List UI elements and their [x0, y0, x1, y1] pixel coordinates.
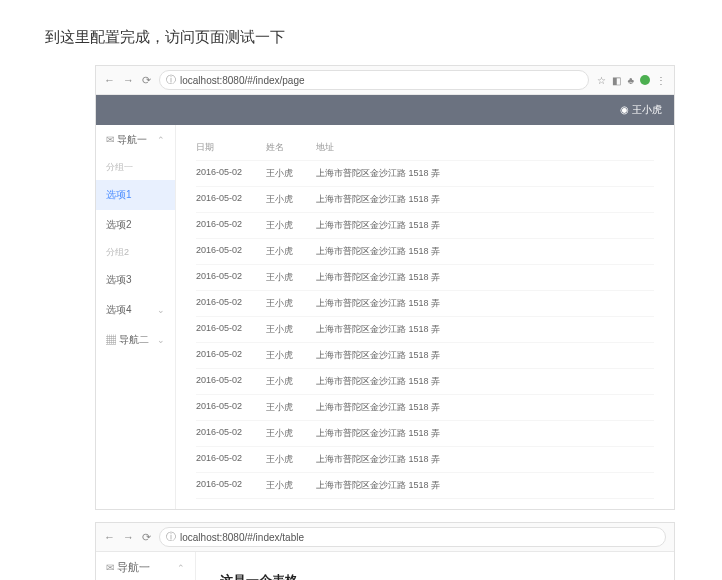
- ext-icon[interactable]: ♣: [627, 75, 634, 86]
- browser-toolbar: ← → ⟳ ⓘ localhost:8080/#/index/page ☆ ◧ …: [96, 66, 674, 95]
- cell-date: 2016-05-02: [196, 453, 266, 466]
- cell-addr: 上海市普陀区金沙江路 1518 弄: [316, 193, 654, 206]
- user-avatar-icon[interactable]: ◉: [620, 104, 632, 115]
- cell-date: 2016-05-02: [196, 479, 266, 492]
- app-body: ✉ 导航一 ⌃ 分组一 选项1 选项2 分组2 选项3 选项4 ⌄ ▦ 导航二 …: [96, 125, 674, 509]
- bookmark-icon[interactable]: ◧: [612, 75, 621, 86]
- menu-icon[interactable]: ⋮: [656, 75, 666, 86]
- table-header: 日期 姓名 地址: [196, 135, 654, 161]
- mail-icon: ✉: [106, 134, 114, 145]
- cell-date: 2016-05-02: [196, 427, 266, 440]
- table-row: 2016-05-02王小虎上海市普陀区金沙江路 1518 弄: [196, 421, 654, 447]
- table-row: 2016-05-02王小虎上海市普陀区金沙江路 1518 弄: [196, 187, 654, 213]
- cell-date: 2016-05-02: [196, 167, 266, 180]
- main-content: 日期 姓名 地址 2016-05-02王小虎上海市普陀区金沙江路 1518 弄2…: [176, 125, 674, 509]
- url-bar[interactable]: ⓘ localhost:8080/#/index/table: [159, 527, 666, 547]
- sidebar-item-1[interactable]: 选项1: [96, 180, 175, 210]
- table-row: 2016-05-02王小虎上海市普陀区金沙江路 1518 弄: [196, 161, 654, 187]
- cell-addr: 上海市普陀区金沙江路 1518 弄: [316, 453, 654, 466]
- table-row: 2016-05-02王小虎上海市普陀区金沙江路 1518 弄: [196, 213, 654, 239]
- avatar-icon[interactable]: [640, 75, 650, 85]
- grid-icon: ▦: [106, 334, 116, 345]
- table-row: 2016-05-02王小虎上海市普陀区金沙江路 1518 弄: [196, 395, 654, 421]
- cell-date: 2016-05-02: [196, 271, 266, 284]
- table-row: 2016-05-02王小虎上海市普陀区金沙江路 1518 弄: [196, 239, 654, 265]
- th-addr: 地址: [316, 141, 654, 154]
- back-icon[interactable]: ←: [104, 74, 115, 86]
- sidebar-item-3[interactable]: 选项3: [96, 265, 175, 295]
- chevron-up-icon: ⌃: [157, 135, 165, 145]
- nav1-label: 导航一: [117, 134, 147, 145]
- cell-date: 2016-05-02: [196, 193, 266, 206]
- cell-addr: 上海市普陀区金沙江路 1518 弄: [316, 375, 654, 388]
- cell-date: 2016-05-02: [196, 349, 266, 362]
- chevron-up-icon: ⌃: [177, 563, 185, 573]
- cell-addr: 上海市普陀区金沙江路 1518 弄: [316, 479, 654, 492]
- table-row: 2016-05-02王小虎上海市普陀区金沙江路 1518 弄: [196, 369, 654, 395]
- chevron-down-icon: ⌄: [157, 335, 165, 345]
- cell-addr: 上海市普陀区金沙江路 1518 弄: [316, 167, 654, 180]
- cell-date: 2016-05-02: [196, 297, 266, 310]
- url-text: localhost:8080/#/index/table: [180, 532, 304, 543]
- th-date: 日期: [196, 141, 266, 154]
- table-row: 2016-05-02王小虎上海市普陀区金沙江路 1518 弄: [196, 291, 654, 317]
- url-bar[interactable]: ⓘ localhost:8080/#/index/page: [159, 70, 589, 90]
- app-body: ✉ 导航一 ⌃ 分组1 选项1 选项2 分组2 选项3 选项4 ⌄ ▦ 导航二 …: [96, 552, 674, 580]
- cell-addr: 上海市普陀区金沙江路 1518 弄: [316, 245, 654, 258]
- cell-name: 王小虎: [266, 453, 316, 466]
- chevron-down-icon: ⌄: [157, 305, 165, 315]
- cell-addr: 上海市普陀区金沙江路 1518 弄: [316, 427, 654, 440]
- browser-toolbar: ← → ⟳ ⓘ localhost:8080/#/index/table: [96, 523, 674, 552]
- browser-window-2: ← → ⟳ ⓘ localhost:8080/#/index/table ✉ 导…: [95, 522, 675, 580]
- cell-date: 2016-05-02: [196, 401, 266, 414]
- cell-name: 王小虎: [266, 375, 316, 388]
- cell-name: 王小虎: [266, 297, 316, 310]
- sidebar-item-4[interactable]: 选项4 ⌄: [96, 295, 175, 325]
- reload-icon[interactable]: ⟳: [142, 74, 151, 87]
- nav2-label: 导航二: [119, 334, 149, 345]
- info-icon: ⓘ: [166, 530, 176, 544]
- table-body: 2016-05-02王小虎上海市普陀区金沙江路 1518 弄2016-05-02…: [196, 161, 654, 499]
- nav-group-2[interactable]: ▦ 导航二 ⌄: [96, 325, 175, 355]
- intro-text: 到这里配置完成，访问页面测试一下: [0, 0, 722, 65]
- info-icon: ⓘ: [166, 73, 176, 87]
- cell-addr: 上海市普陀区金沙江路 1518 弄: [316, 297, 654, 310]
- table-row: 2016-05-02王小虎上海市普陀区金沙江路 1518 弄: [196, 343, 654, 369]
- forward-icon[interactable]: →: [123, 74, 134, 86]
- sidebar-group-1: 分组一: [96, 155, 175, 180]
- browser-window-1: ← → ⟳ ⓘ localhost:8080/#/index/page ☆ ◧ …: [95, 65, 675, 510]
- content-title: 这是一个表格: [220, 572, 650, 580]
- sidebar: ✉ 导航一 ⌃ 分组1 选项1 选项2 分组2 选项3 选项4 ⌄ ▦ 导航二 …: [96, 552, 196, 580]
- table-row: 2016-05-02王小虎上海市普陀区金沙江路 1518 弄: [196, 473, 654, 499]
- app-header: ◉ 王小虎: [96, 95, 674, 125]
- cell-name: 王小虎: [266, 479, 316, 492]
- cell-date: 2016-05-02: [196, 219, 266, 232]
- nav-group-1[interactable]: ✉ 导航一 ⌃: [96, 552, 195, 580]
- cell-addr: 上海市普陀区金沙江路 1518 弄: [316, 219, 654, 232]
- header-username: 王小虎: [632, 104, 662, 115]
- reload-icon[interactable]: ⟳: [142, 531, 151, 544]
- cell-addr: 上海市普陀区金沙江路 1518 弄: [316, 349, 654, 362]
- sidebar-item-2[interactable]: 选项2: [96, 210, 175, 240]
- nav-group-1[interactable]: ✉ 导航一 ⌃: [96, 125, 175, 155]
- url-text: localhost:8080/#/index/page: [180, 75, 305, 86]
- nav1-label: 导航一: [117, 561, 150, 573]
- cell-name: 王小虎: [266, 323, 316, 336]
- item4-label: 选项4: [106, 303, 132, 317]
- back-icon[interactable]: ←: [104, 531, 115, 543]
- main-content: 这是一个表格: [196, 552, 674, 580]
- table-row: 2016-05-02王小虎上海市普陀区金沙江路 1518 弄: [196, 447, 654, 473]
- cell-name: 王小虎: [266, 219, 316, 232]
- mail-icon: ✉: [106, 562, 114, 573]
- th-name: 姓名: [266, 141, 316, 154]
- cell-date: 2016-05-02: [196, 245, 266, 258]
- star-icon[interactable]: ☆: [597, 75, 606, 86]
- cell-addr: 上海市普陀区金沙江路 1518 弄: [316, 271, 654, 284]
- sidebar-group-2: 分组2: [96, 240, 175, 265]
- cell-name: 王小虎: [266, 427, 316, 440]
- cell-name: 王小虎: [266, 167, 316, 180]
- cell-addr: 上海市普陀区金沙江路 1518 弄: [316, 323, 654, 336]
- forward-icon[interactable]: →: [123, 531, 134, 543]
- cell-name: 王小虎: [266, 271, 316, 284]
- cell-addr: 上海市普陀区金沙江路 1518 弄: [316, 401, 654, 414]
